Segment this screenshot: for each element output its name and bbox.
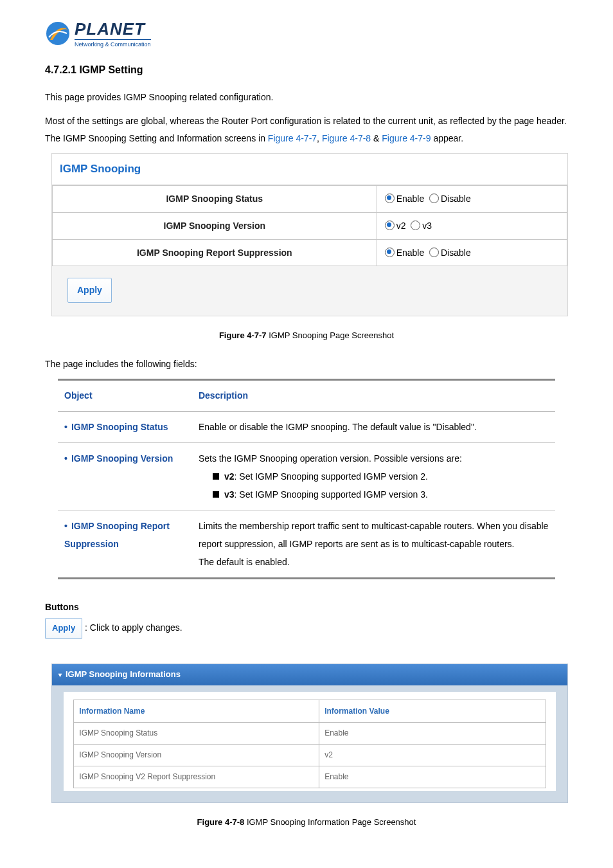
info-bar-title: IGMP Snooping Informations	[66, 669, 181, 679]
buttons-heading: Buttons	[45, 599, 568, 616]
igmp-info-panel: ▾IGMP Snooping Informations Information …	[51, 664, 568, 803]
table-row: •IGMP Snooping Report Suppression Limits…	[58, 510, 555, 578]
desc-line: v2: Set IGMP Snooping supported IGMP ver…	[199, 467, 549, 485]
desc-line: The default is enabled.	[199, 553, 549, 571]
radio-selected-icon[interactable]	[385, 248, 395, 257]
desc-line: Enable or disable the IGMP snooping. The…	[199, 422, 477, 432]
radio-label[interactable]: Enable	[396, 248, 425, 258]
info-name-cell: IGMP Snooping Version	[74, 745, 319, 766]
square-bullet-icon	[213, 473, 219, 480]
setting-label: IGMP Snooping Version	[53, 213, 377, 240]
radio-unselected-icon[interactable]	[429, 194, 439, 203]
desc-line: Sets the IGMP Snooping operation version…	[199, 449, 549, 467]
intro-paragraph-1: This page provides IGMP Snooping related…	[45, 89, 568, 106]
radio-label[interactable]: v2	[396, 221, 406, 231]
setting-value: Enable Disable	[377, 239, 567, 266]
section-heading: 4.7.2.1 IGMP Setting	[45, 60, 568, 80]
radio-label[interactable]: Disable	[441, 194, 471, 204]
fields-intro: The page includes the following fields:	[45, 356, 568, 373]
option-bold: v2	[224, 471, 235, 482]
info-bar[interactable]: ▾IGMP Snooping Informations	[52, 664, 567, 685]
table-row: IGMP Snooping Version v2	[74, 745, 546, 766]
table-row: IGMP Snooping V2 Report Suppression Enab…	[74, 766, 546, 788]
buttons-row: Apply : Click to apply changes.	[45, 618, 568, 639]
option-bold: v3	[224, 489, 235, 500]
setting-label: IGMP Snooping Report Suppression	[53, 239, 377, 266]
separator: &	[371, 133, 382, 143]
setting-label: IGMP Snooping Status	[53, 186, 377, 213]
object-name: IGMP Snooping Status	[71, 422, 168, 432]
apply-button-small[interactable]: Apply	[45, 618, 82, 639]
table-header-description: Description	[192, 380, 555, 411]
caption-text: IGMP Snooping Page Screenshot	[267, 330, 395, 340]
figure-link-478[interactable]: Figure 4-7-8	[322, 133, 371, 143]
brand-tagline: Networking & Communication	[75, 39, 151, 48]
setting-value: Enable Disable	[377, 186, 567, 213]
caption-number: Figure 4-7-7	[219, 330, 267, 340]
table-row: IGMP Snooping Status Enable Disable	[53, 186, 567, 213]
info-value-cell: Enable	[319, 766, 546, 788]
brand-logo: PLANET Networking & Communication	[45, 19, 568, 48]
info-value-cell: v2	[319, 745, 546, 766]
radio-label[interactable]: Enable	[396, 194, 425, 204]
caption-number: Figure 4-7-8	[197, 817, 245, 827]
igmp-snooping-panel: IGMP Snooping IGMP Snooping Status Enabl…	[51, 153, 568, 316]
table-row: IGMP Snooping Report Suppression Enable …	[53, 239, 567, 266]
brand-name: PLANET	[75, 19, 151, 39]
object-cell: •IGMP Snooping Report Suppression	[58, 510, 192, 578]
button-description: : Click to apply changes.	[85, 622, 182, 633]
object-cell: •IGMP Snooping Version	[58, 442, 192, 510]
figure-link-479[interactable]: Figure 4-7-9	[382, 133, 431, 143]
object-cell: •IGMP Snooping Status	[58, 411, 192, 442]
desc-line: Limits the membership report traffic sen…	[199, 517, 549, 553]
info-name-cell: IGMP Snooping Status	[74, 723, 319, 745]
chevron-down-icon: ▾	[58, 671, 62, 678]
page-number: 164	[45, 863, 568, 868]
info-table: Information Name Information Value IGMP …	[73, 700, 546, 788]
info-header-name: Information Name	[74, 700, 319, 723]
table-row: •IGMP Snooping Version Sets the IGMP Sno…	[58, 442, 555, 510]
radio-selected-icon[interactable]	[385, 194, 395, 203]
table-row: IGMP Snooping Status Enable	[74, 723, 546, 745]
option-text: : Set IGMP Snooping supported IGMP versi…	[235, 489, 428, 500]
description-cell: Limits the membership report traffic sen…	[192, 510, 555, 578]
info-header-value: Information Value	[319, 700, 546, 723]
table-header-object: Object	[58, 380, 192, 411]
figure-caption-477: Figure 4-7-7 IGMP Snooping Page Screensh…	[45, 328, 568, 344]
object-name: IGMP Snooping Version	[71, 453, 173, 464]
table-row: IGMP Snooping Version v2 v3	[53, 213, 567, 240]
igmp-settings-table: IGMP Snooping Status Enable Disable IGMP…	[52, 185, 567, 266]
planet-globe-icon	[45, 21, 71, 46]
description-cell: Enable or disable the IGMP snooping. The…	[192, 411, 555, 442]
separator: ,	[317, 133, 322, 143]
caption-text: IGMP Snooping Information Page Screensho…	[244, 817, 416, 827]
intro-paragraph-2: Most of the settings are global, whereas…	[45, 113, 568, 147]
description-table: Object Description •IGMP Snooping Status…	[58, 379, 555, 579]
description-cell: Sets the IGMP Snooping operation version…	[192, 442, 555, 510]
info-name-cell: IGMP Snooping V2 Report Suppression	[74, 766, 319, 788]
option-text: : Set IGMP Snooping supported IGMP versi…	[235, 471, 428, 482]
radio-unselected-icon[interactable]	[411, 221, 420, 230]
radio-unselected-icon[interactable]	[429, 248, 439, 257]
figure-link-477[interactable]: Figure 4-7-7	[268, 133, 317, 143]
desc-line: v3: Set IGMP Snooping supported IGMP ver…	[199, 485, 549, 503]
square-bullet-icon	[213, 491, 219, 498]
apply-button[interactable]: Apply	[67, 278, 112, 303]
setting-value: v2 v3	[377, 213, 567, 240]
figure-caption-478: Figure 4-7-8 IGMP Snooping Information P…	[45, 815, 568, 831]
info-value-cell: Enable	[319, 723, 546, 745]
intro-text-end: appear.	[433, 133, 463, 143]
panel-title: IGMP Snooping	[52, 154, 567, 185]
table-row: •IGMP Snooping Status Enable or disable …	[58, 411, 555, 442]
object-name: IGMP Snooping Report Suppression	[64, 521, 170, 549]
radio-label[interactable]: v3	[422, 221, 432, 231]
radio-selected-icon[interactable]	[385, 221, 395, 230]
radio-label[interactable]: Disable	[441, 248, 471, 258]
